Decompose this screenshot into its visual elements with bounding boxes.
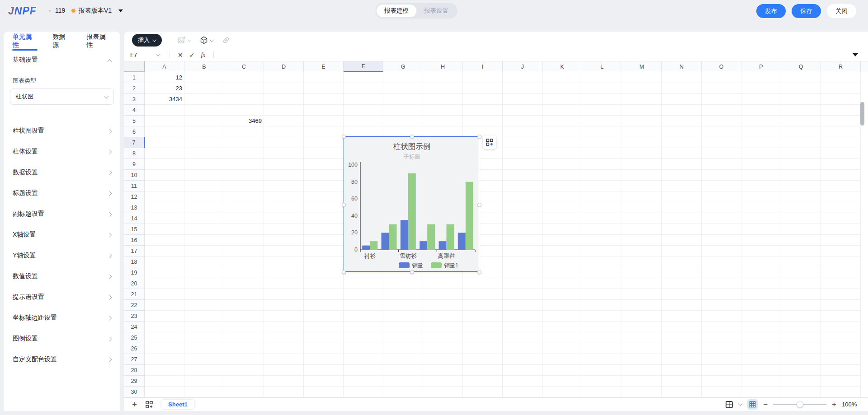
grid-cell-O8[interactable] xyxy=(702,148,741,159)
row-header-11[interactable]: 11 xyxy=(124,181,145,191)
grid-cell-E9[interactable] xyxy=(304,159,344,170)
grid-cell-G2[interactable] xyxy=(383,83,423,94)
grid-cell-J26[interactable] xyxy=(503,343,542,354)
grid-cell-J17[interactable] xyxy=(503,246,542,256)
column-header-A[interactable]: A xyxy=(145,61,184,72)
grid-cell-P19[interactable] xyxy=(741,267,781,278)
bar-chart-widget[interactable]: 柱状图示例子标题020406080100衬衫雪纺衫高跟鞋销量销量1 xyxy=(344,136,479,272)
sidebar-section-7[interactable]: 数值设置 xyxy=(4,266,120,287)
row-header-9[interactable]: 9 xyxy=(124,159,145,170)
grid-cell-D7[interactable] xyxy=(264,137,304,148)
grid-cell-N7[interactable] xyxy=(662,137,702,148)
grid-cell-Q7[interactable] xyxy=(781,137,821,148)
grid-cell-P5[interactable] xyxy=(741,116,781,126)
row-header-30[interactable]: 30 xyxy=(124,387,145,397)
grid-cell-C24[interactable] xyxy=(224,322,264,332)
grid-cell-A11[interactable] xyxy=(145,181,184,191)
grid-cell-E15[interactable] xyxy=(304,224,344,235)
grid-cell-O10[interactable] xyxy=(702,170,741,181)
sidebar-section-9[interactable]: 坐标轴边距设置 xyxy=(4,308,120,328)
grid-cell-M1[interactable] xyxy=(622,72,662,83)
grid-cell-L11[interactable] xyxy=(582,181,622,191)
grid-cell-H20[interactable] xyxy=(423,278,463,289)
section-basic-settings[interactable]: 基础设置 xyxy=(4,52,120,68)
selection-handle[interactable] xyxy=(342,203,346,207)
chevron-down-icon[interactable] xyxy=(156,52,160,56)
grid-cell-C16[interactable] xyxy=(224,235,264,246)
grid-cell-N2[interactable] xyxy=(662,83,702,94)
grid-cell-B18[interactable] xyxy=(184,256,224,267)
zoom-slider[interactable] xyxy=(773,404,826,405)
grid-cell-L5[interactable] xyxy=(582,116,622,126)
selection-handle[interactable] xyxy=(477,203,481,207)
grid-cell-Q17[interactable] xyxy=(781,246,821,256)
column-header-I[interactable]: I xyxy=(463,61,503,72)
grid-cell-N16[interactable] xyxy=(662,235,702,246)
formula-bar-expand-caret-icon[interactable] xyxy=(853,53,858,56)
row-header-8[interactable]: 8 xyxy=(124,148,145,159)
grid-cell-F4[interactable] xyxy=(344,105,383,116)
grid-cell-B5[interactable] xyxy=(184,116,224,126)
grid-cell-L25[interactable] xyxy=(582,332,622,343)
insert-3d-button[interactable] xyxy=(198,36,215,45)
grid-cell-F5[interactable] xyxy=(344,116,383,126)
grid-cell-M27[interactable] xyxy=(622,354,662,365)
grid-cell-K29[interactable] xyxy=(542,376,582,387)
grid-cell-R15[interactable] xyxy=(821,224,861,235)
select-all-corner[interactable] xyxy=(124,61,145,72)
grid-cell-K4[interactable] xyxy=(542,105,582,116)
grid-cell-K2[interactable] xyxy=(542,83,582,94)
grid-cell-K22[interactable] xyxy=(542,300,582,311)
tab-report-modeling[interactable]: 报表建模 xyxy=(377,5,416,17)
grid-cell-C2[interactable] xyxy=(224,83,264,94)
grid-cell-R19[interactable] xyxy=(821,267,861,278)
grid-cell-P26[interactable] xyxy=(741,343,781,354)
grid-cell-D18[interactable] xyxy=(264,256,304,267)
chevron-down-icon[interactable] xyxy=(738,401,743,406)
grid-cell-B19[interactable] xyxy=(184,267,224,278)
grid-cell-E11[interactable] xyxy=(304,181,344,191)
grid-cell-E18[interactable] xyxy=(304,256,344,267)
version-label[interactable]: 报表版本V1 xyxy=(79,7,112,15)
selection-handle[interactable] xyxy=(410,135,414,139)
grid-cell-E26[interactable] xyxy=(304,343,344,354)
grid-cell-A29[interactable] xyxy=(145,376,184,387)
grid-cell-N8[interactable] xyxy=(662,148,702,159)
grid-cell-E2[interactable] xyxy=(304,83,344,94)
grid-cell-B25[interactable] xyxy=(184,332,224,343)
grid-cell-M22[interactable] xyxy=(622,300,662,311)
grid-cell-B26[interactable] xyxy=(184,343,224,354)
grid-cell-H3[interactable] xyxy=(423,94,463,105)
grid-cell-C11[interactable] xyxy=(224,181,264,191)
grid-cell-L30[interactable] xyxy=(582,387,622,397)
zoom-out-button[interactable]: − xyxy=(763,401,768,408)
grid-cell-K28[interactable] xyxy=(542,365,582,376)
selection-handle[interactable] xyxy=(477,135,481,139)
grid-cell-B13[interactable] xyxy=(184,202,224,213)
grid-cell-Q26[interactable] xyxy=(781,343,821,354)
sidebar-section-0[interactable]: 柱状图设置 xyxy=(4,121,120,141)
grid-cell-F20[interactable] xyxy=(344,278,383,289)
grid-cell-B17[interactable] xyxy=(184,246,224,256)
grid-cell-Q23[interactable] xyxy=(781,311,821,322)
grid-cell-K27[interactable] xyxy=(542,354,582,365)
grid-cell-E10[interactable] xyxy=(304,170,344,181)
grid-cell-J8[interactable] xyxy=(503,148,542,159)
grid-cell-R22[interactable] xyxy=(821,300,861,311)
grid-cell-Q24[interactable] xyxy=(781,322,821,332)
grid-cell-Q30[interactable] xyxy=(781,387,821,397)
grid-cell-B6[interactable] xyxy=(184,126,224,137)
grid-cell-N20[interactable] xyxy=(662,278,702,289)
grid-cell-C15[interactable] xyxy=(224,224,264,235)
grid-cell-H23[interactable] xyxy=(423,311,463,322)
grid-cell-K19[interactable] xyxy=(542,267,582,278)
grid-cell-B14[interactable] xyxy=(184,213,224,224)
grid-cell-H24[interactable] xyxy=(423,322,463,332)
grid-cell-H25[interactable] xyxy=(423,332,463,343)
grid-cell-L7[interactable] xyxy=(582,137,622,148)
grid-cell-N6[interactable] xyxy=(662,126,702,137)
grid-cell-E16[interactable] xyxy=(304,235,344,246)
grid-cell-J12[interactable] xyxy=(503,191,542,202)
grid-cell-F3[interactable] xyxy=(344,94,383,105)
grid-cell-A24[interactable] xyxy=(145,322,184,332)
